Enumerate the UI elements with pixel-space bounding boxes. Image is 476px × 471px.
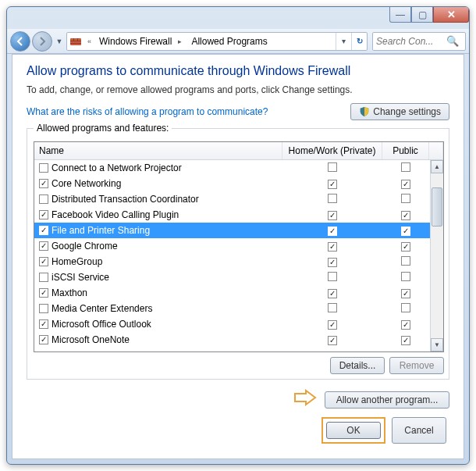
checkbox[interactable]: ✓: [401, 211, 410, 220]
checkbox[interactable]: [328, 194, 337, 203]
checkbox[interactable]: ✓: [328, 289, 337, 298]
list-item[interactable]: ✓Microsoft Office Outlook✓✓: [34, 316, 443, 332]
checkbox[interactable]: [401, 256, 410, 266]
list-header: Name Home/Work (Private) Public: [34, 142, 443, 160]
column-name[interactable]: Name: [34, 142, 282, 159]
list-item[interactable]: ✓Core Networking✓✓: [34, 176, 443, 191]
chevron-right-icon: ▸: [175, 37, 185, 45]
search-box[interactable]: 🔍: [372, 32, 466, 51]
allow-another-program-button[interactable]: Allow another program...: [325, 391, 449, 409]
change-settings-button[interactable]: Change settings: [350, 103, 449, 120]
checkbox[interactable]: [39, 163, 48, 173]
breadcrumb-firewall[interactable]: Windows Firewall▸: [94, 33, 186, 50]
checkbox[interactable]: [401, 162, 410, 172]
list-item[interactable]: Media Center Extenders: [34, 301, 443, 316]
remove-button[interactable]: Remove: [389, 357, 444, 374]
checkbox[interactable]: [401, 194, 410, 203]
close-button[interactable]: ✕: [433, 7, 469, 23]
checkbox[interactable]: ✓: [39, 179, 48, 188]
list-item[interactable]: ✓HomeGroup✓: [34, 254, 443, 269]
program-name: Microsoft OneNote: [52, 334, 130, 345]
checkbox[interactable]: ✓: [401, 227, 410, 236]
svg-rect-1: [70, 41, 81, 41]
group-label: Allowed programs and features:: [34, 123, 172, 134]
checkbox[interactable]: [401, 272, 410, 281]
checkbox[interactable]: [39, 304, 48, 313]
checkbox[interactable]: ✓: [39, 257, 48, 266]
programs-list: Name Home/Work (Private) Public Connect …: [34, 141, 444, 352]
arrow-right-icon: [37, 36, 48, 47]
minimize-button[interactable]: —: [389, 7, 411, 23]
checkbox[interactable]: [39, 194, 48, 204]
refresh-button[interactable]: ↻: [351, 33, 367, 50]
checkbox[interactable]: ✓: [328, 227, 337, 236]
checkbox[interactable]: ✓: [39, 335, 48, 344]
checkbox[interactable]: [328, 272, 337, 281]
column-homework[interactable]: Home/Work (Private): [282, 142, 382, 159]
checkbox[interactable]: ✓: [401, 336, 410, 345]
program-name: File and Printer Sharing: [52, 225, 150, 236]
scrollbar[interactable]: ▲ ▼: [430, 160, 443, 351]
nav-history-dropdown[interactable]: ▼: [54, 33, 65, 50]
checkbox[interactable]: ✓: [39, 288, 48, 298]
maximize-button[interactable]: ▢: [411, 7, 433, 23]
scroll-track[interactable]: [431, 173, 443, 338]
program-name: Core Networking: [52, 178, 121, 189]
forward-button[interactable]: [32, 31, 52, 52]
checkbox[interactable]: ✓: [401, 320, 410, 330]
cancel-button[interactable]: Cancel: [392, 417, 446, 444]
checkbox[interactable]: ✓: [328, 180, 337, 189]
back-button[interactable]: [10, 31, 30, 52]
program-name: Google Chrome: [52, 241, 118, 252]
program-name: Connect to a Network Projector: [52, 162, 182, 173]
svg-rect-3: [73, 38, 74, 41]
details-button[interactable]: Details...: [330, 357, 385, 374]
nav-bar: ▼ « Windows Firewall▸ Allowed Programs ▾…: [7, 29, 469, 54]
checkbox[interactable]: [328, 162, 337, 172]
program-name: iSCSI Service: [52, 272, 109, 283]
checkbox[interactable]: ✓: [328, 242, 337, 252]
checkbox[interactable]: [401, 303, 410, 312]
checkbox[interactable]: ✓: [328, 258, 337, 267]
program-name: Facebook Video Calling Plugin: [52, 209, 179, 220]
titlebar: — ▢ ✕: [7, 7, 469, 29]
checkbox[interactable]: ✓: [39, 319, 48, 329]
list-item[interactable]: iSCSI Service: [34, 269, 443, 285]
checkbox[interactable]: [328, 303, 337, 312]
program-name: Media Center Extenders: [52, 303, 152, 314]
checkbox[interactable]: ✓: [401, 180, 410, 189]
checkbox[interactable]: ✓: [401, 289, 410, 298]
list-item[interactable]: ✓Microsoft OneNote✓✓: [34, 332, 443, 348]
column-public[interactable]: Public: [382, 142, 429, 159]
breadcrumb-label: Allowed Programs: [191, 36, 267, 47]
checkbox[interactable]: ✓: [39, 210, 48, 219]
checkbox[interactable]: ✓: [401, 242, 410, 252]
checkbox[interactable]: ✓: [39, 226, 48, 235]
address-bar[interactable]: « Windows Firewall▸ Allowed Programs ▾ ↻: [66, 32, 368, 51]
shield-icon: [359, 106, 370, 117]
risks-link[interactable]: What are the risks of allowing a program…: [27, 106, 268, 117]
checkbox[interactable]: ✓: [328, 320, 337, 330]
list-item[interactable]: ✓Maxthon✓✓: [34, 285, 443, 301]
search-input[interactable]: [376, 36, 446, 47]
content-area: Allow programs to communicate through Wi…: [12, 54, 464, 459]
list-item[interactable]: ✓Google Chrome✓✓: [34, 238, 443, 254]
ok-button[interactable]: OK: [326, 422, 381, 439]
list-item[interactable]: ✓Facebook Video Calling Plugin✓✓: [34, 207, 443, 223]
checkbox[interactable]: [39, 273, 48, 282]
list-body: Connect to a Network Projector✓Core Netw…: [34, 160, 443, 351]
checkbox[interactable]: ✓: [328, 211, 337, 220]
checkbox[interactable]: ✓: [39, 241, 48, 251]
scroll-down-button[interactable]: ▼: [431, 338, 443, 351]
checkbox[interactable]: ✓: [328, 336, 337, 345]
list-item[interactable]: Distributed Transaction Coordinator: [34, 191, 443, 207]
address-dropdown[interactable]: ▾: [336, 33, 351, 50]
scroll-up-button[interactable]: ▲: [431, 160, 443, 173]
list-item[interactable]: Connect to a Network Projector: [34, 160, 443, 176]
arrow-left-icon: [15, 36, 26, 47]
scroll-thumb[interactable]: [432, 187, 442, 227]
list-item[interactable]: ✓File and Printer Sharing✓✓: [34, 223, 443, 238]
breadcrumb-allowed[interactable]: Allowed Programs: [186, 33, 268, 50]
chevron-left-icon: «: [84, 37, 94, 45]
svg-rect-0: [70, 38, 81, 45]
